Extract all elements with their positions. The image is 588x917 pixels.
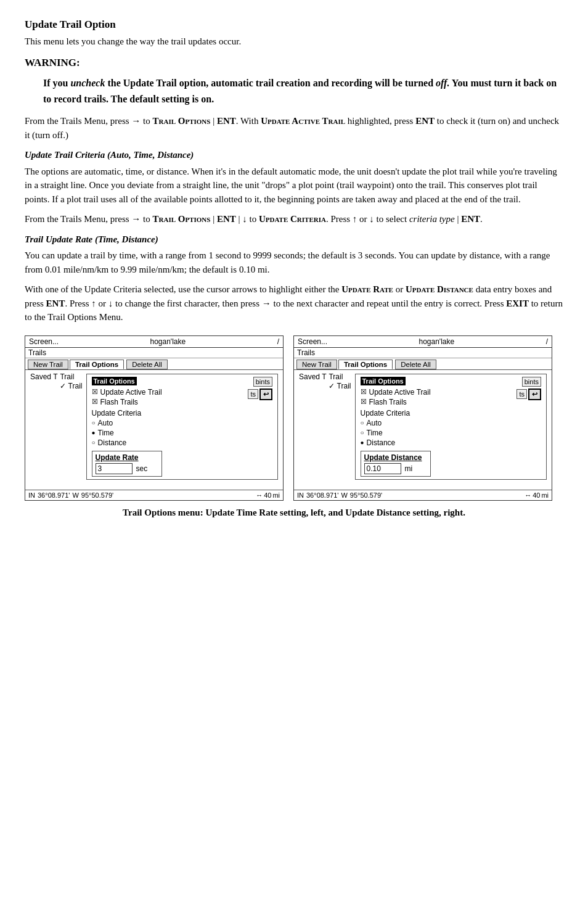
saved-label-left: Saved T xyxy=(30,372,57,381)
radio-auto-right: ○ Auto xyxy=(361,419,431,427)
screen-left-topbar: Screen... hogan'lake / xyxy=(25,336,283,348)
screen-right-tabbar: New Trail Trail Options Delete All xyxy=(294,358,552,370)
screen-right-location: hogan'lake xyxy=(419,337,455,346)
zoom-unit-right: mi xyxy=(541,491,549,499)
para1: From the Trails Menu, press → to Trail O… xyxy=(25,114,563,142)
tab-new-trail-right[interactable]: New Trail xyxy=(296,360,337,369)
radio-distance-left: ○ Distance xyxy=(92,438,162,447)
screen-left-trails: Trails xyxy=(25,348,283,358)
trail-item-1-right: Trail xyxy=(329,372,351,381)
checkbox-update-left: ☒ Update Active Trail xyxy=(92,388,162,397)
section1-heading: Update Trail Criteria (Auto, Time, Dista… xyxy=(25,148,563,162)
coord-lon-right: 95°50.579' xyxy=(350,491,382,499)
warning-block: If you uncheck the Update Trail option, … xyxy=(43,75,563,107)
coord-lat-right: IN xyxy=(297,491,304,499)
coord-dir-right: W xyxy=(341,491,347,499)
tab-trail-options-left[interactable]: Trail Options xyxy=(70,360,124,369)
coord-val-right: 36°08.971' xyxy=(306,491,338,499)
radio-time-right: ○ Time xyxy=(361,429,431,437)
zoom-val-right: 40 xyxy=(533,491,540,499)
screen-right-bottombar: IN 36°08.971' W 95°50.579' ↔ 40 mi xyxy=(294,490,552,500)
popup-title-right: Trail Options xyxy=(361,377,406,385)
criteria-section-left: Update Criteria ○ Auto ● Time xyxy=(92,409,162,447)
update-rate-box-left: Update Rate sec xyxy=(92,451,162,477)
para2: From the Trails Menu, press → to Trail O… xyxy=(25,212,563,226)
zoom-right: ↔ 40 mi xyxy=(525,491,549,499)
screen-left-slash: / xyxy=(277,337,279,346)
enter-btn-right[interactable]: ↩ xyxy=(528,389,541,400)
zoom-val-left: 40 xyxy=(264,491,271,499)
screen-right-content: Saved T Trail ✓ Trail Trail Options ☒ Up… xyxy=(294,370,552,487)
intro-text: This menu lets you change the way the tr… xyxy=(25,35,563,49)
radio-time-left: ● Time xyxy=(92,429,162,437)
checkbox-flash-left: ☒ Flash Trails xyxy=(92,398,162,406)
checkbox-flash-right: ☒ Flash Trails xyxy=(361,398,431,406)
section2-heading: Trail Update Rate (Time, Distance) xyxy=(25,232,563,247)
coords-right: IN 36°08.971' W 95°50.579' xyxy=(297,491,382,499)
criteria-section-right: Update Criteria ○ Auto ○ Time xyxy=(361,409,431,447)
coord-dir-left: W xyxy=(72,491,78,499)
caption: Trail Options menu: Update Time Rate set… xyxy=(25,506,563,520)
tab-delete-all-right[interactable]: Delete All xyxy=(395,360,436,369)
coord-lat-left: IN xyxy=(28,491,35,499)
screens-container: Screen... hogan'lake / Trails New Trail … xyxy=(25,335,563,501)
tab-trail-options-right[interactable]: Trail Options xyxy=(338,360,393,369)
screen-right-title: Screen... xyxy=(298,337,327,346)
section1-para: The options are automatic, time, or dist… xyxy=(25,165,563,207)
section2-para2: With one of the Update Criteria selected… xyxy=(25,282,563,324)
trail-item-1-left: Trail xyxy=(60,372,82,381)
screen-right-trails: Trails xyxy=(294,348,552,358)
rate-input-right[interactable] xyxy=(364,463,401,474)
page-heading: Update Trail Option xyxy=(25,19,563,31)
pts-unit-left: ts xyxy=(248,389,258,399)
screen-left-content: Saved T Trail ✓ Trail Trail Options ☒ Up… xyxy=(25,370,283,487)
tab-delete-all-left[interactable]: Delete All xyxy=(126,360,168,369)
points-left: bints xyxy=(253,377,272,387)
points-right: bints xyxy=(522,377,541,387)
trail-item-2-left: ✓ Trail xyxy=(60,382,82,390)
screen-right-slash: / xyxy=(546,337,548,346)
screen-right-topbar: Screen... hogan'lake / xyxy=(294,336,552,348)
trail-item-2-right: ✓ Trail xyxy=(329,382,351,390)
radio-auto-left: ○ Auto xyxy=(92,419,162,427)
checkbox-update-right: ☒ Update Active Trail xyxy=(361,388,431,397)
zoom-unit-left: mi xyxy=(272,491,280,499)
coords-left: IN 36°08.971' W 95°50.579' xyxy=(28,491,113,499)
saved-label-right: Saved T xyxy=(299,372,326,381)
trail-options-popup-right: Trail Options ☒ Update Active Trail ☒ Fl… xyxy=(355,374,547,480)
screen-left-bottombar: IN 36°08.971' W 95°50.579' ↔ 40 mi xyxy=(25,490,283,500)
rate-unit-right: mi xyxy=(405,464,413,473)
screen-left: Screen... hogan'lake / Trails New Trail … xyxy=(25,335,284,501)
enter-btn-left[interactable]: ↩ xyxy=(259,389,272,400)
pts-unit-right: ts xyxy=(517,389,527,399)
trail-options-popup-left: Trail Options ☒ Update Active Trail ☒ Fl… xyxy=(86,374,279,480)
screen-left-location: hogan'lake xyxy=(150,337,186,346)
coord-val-left: 36°08.971' xyxy=(38,491,70,499)
coord-lon-left: 95°50.579' xyxy=(81,491,113,499)
section2-para1: You can update a trail by time, with a r… xyxy=(25,249,563,276)
rate-input-left[interactable] xyxy=(96,463,133,474)
update-distance-box-right: Update Distance mi xyxy=(361,451,431,477)
zoom-left: ↔ 40 mi xyxy=(256,491,280,499)
warning-label: WARNING: xyxy=(25,55,563,71)
popup-title-left: Trail Options xyxy=(92,377,137,385)
screen-right: Screen... hogan'lake / Trails New Trail … xyxy=(293,335,552,501)
tab-new-trail-left[interactable]: New Trail xyxy=(28,360,68,369)
radio-distance-right: ● Distance xyxy=(361,438,431,447)
screen-left-tabbar: New Trail Trail Options Delete All xyxy=(25,358,283,370)
screen-left-title: Screen... xyxy=(29,337,59,346)
rate-unit-left: sec xyxy=(136,464,148,473)
